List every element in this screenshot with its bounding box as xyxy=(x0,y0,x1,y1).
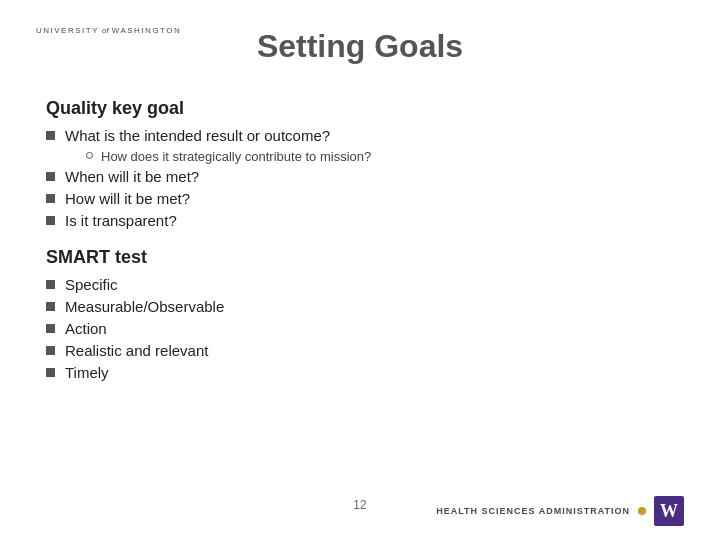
bullet-text: Realistic and relevant xyxy=(65,342,208,359)
quality-bullet-list: What is the intended result or outcome? … xyxy=(46,127,684,229)
bullet-text: When will it be met? xyxy=(65,168,199,185)
list-item: Measurable/Observable xyxy=(46,298,684,315)
bullet-text: What is the intended result or outcome? xyxy=(65,127,330,144)
page-number: 12 xyxy=(353,498,366,512)
quality-heading: Quality key goal xyxy=(46,98,684,119)
slide: UNIVERSITY of WASHINGTON Setting Goals Q… xyxy=(0,0,720,540)
footer-hsa-text: HEALTH SCIENCES ADMINISTRATION xyxy=(436,506,630,516)
list-item: What is the intended result or outcome? xyxy=(46,127,684,144)
list-item: Specific xyxy=(46,276,684,293)
bullet-square-icon xyxy=(46,194,55,203)
sub-bullet-item: How does it strategically contribute to … xyxy=(86,149,684,164)
quality-section: Quality key goal What is the intended re… xyxy=(46,98,684,229)
sub-bullet-text: How does it strategically contribute to … xyxy=(101,149,371,164)
sub-bullet-circle-icon xyxy=(86,152,93,159)
logo-university-text: UNIVERSITY xyxy=(36,26,99,35)
logo-washington-text: WASHINGTON xyxy=(112,26,182,35)
university-logo: UNIVERSITY of WASHINGTON xyxy=(36,26,181,35)
footer: 12 HEALTH SCIENCES ADMINISTRATION W xyxy=(0,496,720,526)
bullet-text: Measurable/Observable xyxy=(65,298,224,315)
footer-logo-area: HEALTH SCIENCES ADMINISTRATION W xyxy=(436,496,684,526)
footer-w-box: W xyxy=(654,496,684,526)
list-item: Is it transparent? xyxy=(46,212,684,229)
bullet-square-icon xyxy=(46,280,55,289)
bullet-text: Timely xyxy=(65,364,109,381)
footer-dot-icon xyxy=(638,507,646,515)
bullet-square-icon xyxy=(46,172,55,181)
bullet-square-icon xyxy=(46,302,55,311)
list-item: Realistic and relevant xyxy=(46,342,684,359)
list-item: When will it be met? xyxy=(46,168,684,185)
bullet-text: Is it transparent? xyxy=(65,212,177,229)
bullet-text: Action xyxy=(65,320,107,337)
slide-content: Quality key goal What is the intended re… xyxy=(36,98,684,381)
logo-of-text: of xyxy=(102,26,109,35)
bullet-text: Specific xyxy=(65,276,118,293)
list-item: How will it be met? xyxy=(46,190,684,207)
bullet-square-icon xyxy=(46,368,55,377)
footer-w-letter: W xyxy=(660,502,678,520)
smart-section: SMART test Specific Measurable/Observabl… xyxy=(46,247,684,381)
list-item: Action xyxy=(46,320,684,337)
smart-heading: SMART test xyxy=(46,247,684,268)
slide-title: Setting Goals xyxy=(257,18,463,65)
smart-bullet-list: Specific Measurable/Observable Action Re… xyxy=(46,276,684,381)
bullet-square-icon xyxy=(46,346,55,355)
header: UNIVERSITY of WASHINGTON Setting Goals xyxy=(36,18,684,88)
bullet-square-icon xyxy=(46,131,55,140)
bullet-square-icon xyxy=(46,324,55,333)
bullet-square-icon xyxy=(46,216,55,225)
list-item: Timely xyxy=(46,364,684,381)
bullet-text: How will it be met? xyxy=(65,190,190,207)
